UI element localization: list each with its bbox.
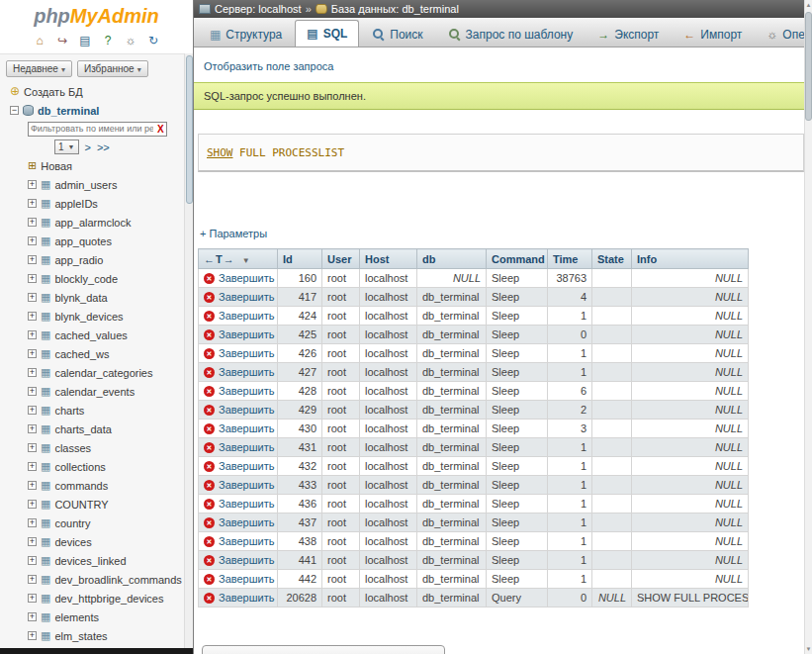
- expand-icon[interactable]: +: [28, 236, 37, 245]
- expand-icon[interactable]: +: [28, 218, 37, 227]
- sidebar-table-country[interactable]: +▦country: [0, 514, 193, 532]
- kill-process-link[interactable]: ✕Завершить: [204, 385, 272, 397]
- column-header-user[interactable]: User: [322, 249, 360, 269]
- sidebar-table-charts_data[interactable]: +▦charts_data: [0, 420, 193, 438]
- column-header-db[interactable]: db: [417, 249, 487, 269]
- sidebar-table-devices[interactable]: +▦devices: [0, 532, 193, 551]
- console-icon[interactable]: ▤: [77, 33, 93, 48]
- page-next-link[interactable]: >: [85, 141, 91, 153]
- column-options-header[interactable]: ←T→ ▼: [199, 249, 278, 269]
- logout-icon[interactable]: ↪: [54, 33, 70, 48]
- page-last-link[interactable]: >>: [97, 141, 110, 153]
- column-filter-icon[interactable]: ▼: [242, 256, 250, 265]
- tab-import[interactable]: ←Импорт: [672, 21, 754, 47]
- sidebar-table-charts[interactable]: +▦charts: [0, 401, 193, 420]
- expand-icon[interactable]: +: [28, 612, 37, 621]
- kill-process-link[interactable]: ✕Завершить: [204, 460, 272, 472]
- breadcrumb-server-link[interactable]: Сервер: localhost: [215, 0, 302, 18]
- sidebar-table-blynk_devices[interactable]: +▦blynk_devices: [0, 307, 193, 326]
- tab-sql[interactable]: ▤SQL: [295, 20, 359, 47]
- show-query-box-link[interactable]: Отобразить поле запроса: [204, 60, 333, 72]
- sidebar-table-cached_ws[interactable]: +▦cached_ws: [0, 344, 193, 363]
- sidebar-table-classes[interactable]: +▦classes: [0, 438, 193, 457]
- sidebar-table-elements[interactable]: +▦elements: [0, 607, 193, 626]
- kill-process-link[interactable]: ✕Завершить: [204, 479, 272, 491]
- column-header-command[interactable]: Command: [487, 249, 548, 269]
- column-header-id[interactable]: Id: [278, 249, 322, 269]
- scroll-up-icon[interactable]: ▲: [805, 0, 812, 10]
- column-header-info[interactable]: Info: [632, 249, 749, 269]
- sql-keyword-link[interactable]: SHOW: [207, 146, 233, 159]
- kill-process-link[interactable]: ✕Завершить: [204, 573, 272, 585]
- expand-icon[interactable]: +: [28, 462, 37, 471]
- expand-icon[interactable]: +: [28, 274, 37, 283]
- table-filter-input[interactable]: [29, 123, 155, 136]
- settings-icon[interactable]: ☼: [123, 33, 138, 48]
- column-header-time[interactable]: Time: [548, 249, 592, 269]
- kill-process-link[interactable]: ✕Завершить: [204, 291, 272, 303]
- expand-icon[interactable]: +: [28, 575, 37, 584]
- expand-icon[interactable]: +: [28, 180, 37, 189]
- expand-icon[interactable]: +: [28, 199, 37, 208]
- home-icon[interactable]: ⌂: [32, 33, 47, 48]
- phpmyadmin-logo[interactable]: phpMyAdmin: [0, 0, 193, 30]
- sidebar-table-app_quotes[interactable]: +▦app_quotes: [0, 232, 193, 250]
- kill-process-link[interactable]: ✕Завершить: [204, 272, 272, 284]
- expand-icon[interactable]: +: [28, 387, 37, 396]
- kill-process-link[interactable]: ✕Завершить: [204, 441, 272, 453]
- breadcrumb-database-link[interactable]: База данных: db_terminal: [331, 0, 459, 18]
- kill-process-link[interactable]: ✕Завершить: [204, 592, 272, 604]
- sidebar-table-dev_httpbrige_devices[interactable]: +▦dev_httpbrige_devices: [0, 589, 193, 607]
- sidebar-table-calendar_categories[interactable]: +▦calendar_categories: [0, 363, 193, 382]
- expand-icon[interactable]: +: [28, 406, 37, 415]
- create-database-link[interactable]: ⊕ Создать БД: [0, 82, 193, 101]
- expand-icon[interactable]: +: [28, 631, 37, 640]
- expand-icon[interactable]: +: [28, 293, 37, 302]
- column-header-state[interactable]: State: [592, 249, 632, 269]
- expand-icon[interactable]: +: [28, 330, 37, 339]
- main-scrollbar-thumb[interactable]: [805, 12, 812, 121]
- sidebar-table-appleIDs[interactable]: +▦appleIDs: [0, 194, 193, 213]
- sidebar-table-devices_linked[interactable]: +▦devices_linked: [0, 551, 193, 570]
- kill-process-link[interactable]: ✕Завершить: [204, 328, 272, 340]
- expand-icon[interactable]: +: [28, 556, 37, 565]
- tab-search[interactable]: Поиск: [360, 21, 434, 47]
- sidebar-table-app_radio[interactable]: +▦app_radio: [0, 250, 193, 269]
- new-table-link[interactable]: ⊞ Новая: [0, 156, 193, 175]
- expand-icon[interactable]: +: [28, 594, 37, 603]
- kill-process-link[interactable]: ✕Завершить: [204, 535, 272, 547]
- main-scrollbar[interactable]: ▲ ▼: [804, 0, 812, 654]
- expand-icon[interactable]: +: [28, 368, 37, 377]
- tab-structure[interactable]: ▦Структура: [198, 21, 294, 47]
- sidebar-table-blockly_code[interactable]: +▦blockly_code: [0, 269, 193, 288]
- kill-process-link[interactable]: ✕Завершить: [204, 422, 272, 434]
- sidebar-table-dev_broadlink_commands[interactable]: +▦dev_broadlink_commands: [0, 570, 193, 589]
- sidebar-table-elm_states[interactable]: +▦elm_states: [0, 626, 193, 645]
- refresh-icon[interactable]: ↻: [145, 33, 161, 48]
- kill-process-link[interactable]: ✕Завершить: [204, 347, 272, 359]
- collapse-icon[interactable]: −: [10, 106, 19, 115]
- sidebar-table-admin_users[interactable]: +▦admin_users: [0, 175, 193, 194]
- expand-icon[interactable]: +: [28, 424, 37, 433]
- tab-export[interactable]: →Экспорт: [586, 21, 671, 47]
- kill-process-link[interactable]: ✕Завершить: [204, 366, 272, 378]
- kill-process-link[interactable]: ✕Завершить: [204, 404, 272, 416]
- sidebar-database-db_terminal[interactable]: − db_terminal: [0, 101, 193, 120]
- sidebar-scrollbar-thumb[interactable]: [186, 55, 193, 204]
- kill-process-link[interactable]: ✕Завершить: [204, 498, 272, 510]
- sidebar-table-app_alarmclock[interactable]: +▦app_alarmclock: [0, 213, 193, 232]
- sidebar-table-blynk_data[interactable]: +▦blynk_data: [0, 288, 193, 307]
- expand-icon[interactable]: +: [28, 481, 37, 490]
- sidebar-table-COUNTRY[interactable]: +▦COUNTRY: [0, 495, 193, 514]
- sidebar-table-collections[interactable]: +▦collections: [0, 457, 193, 476]
- sidebar-table-cached_values[interactable]: +▦cached_values: [0, 326, 193, 344]
- kill-process-link[interactable]: ✕Завершить: [204, 516, 272, 528]
- filter-clear-button[interactable]: X: [155, 124, 166, 135]
- sidebar-table-calendar_events[interactable]: +▦calendar_events: [0, 382, 193, 401]
- docs-icon[interactable]: ?: [100, 33, 116, 48]
- recent-button[interactable]: Недавнее▾: [6, 60, 72, 77]
- sidebar-scrollbar[interactable]: [184, 53, 193, 648]
- expand-icon[interactable]: +: [28, 312, 37, 321]
- kill-process-link[interactable]: ✕Завершить: [204, 310, 272, 322]
- expand-icon[interactable]: +: [28, 443, 37, 452]
